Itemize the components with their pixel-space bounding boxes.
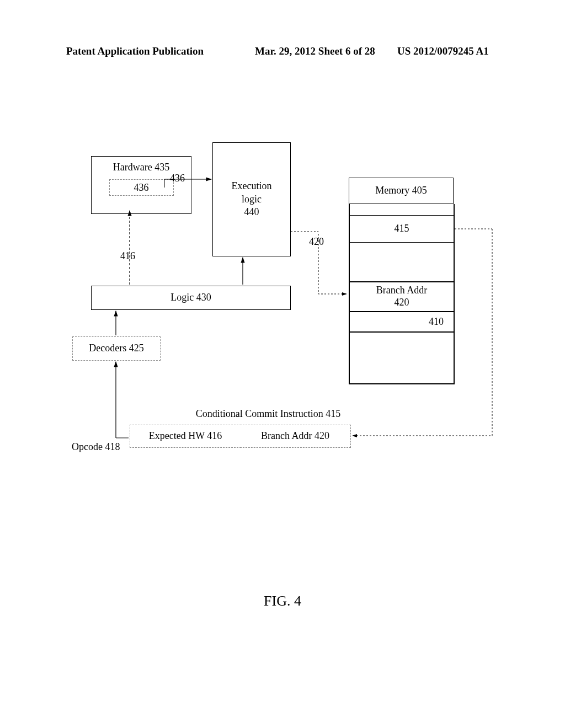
connectors-svg <box>0 0 565 728</box>
